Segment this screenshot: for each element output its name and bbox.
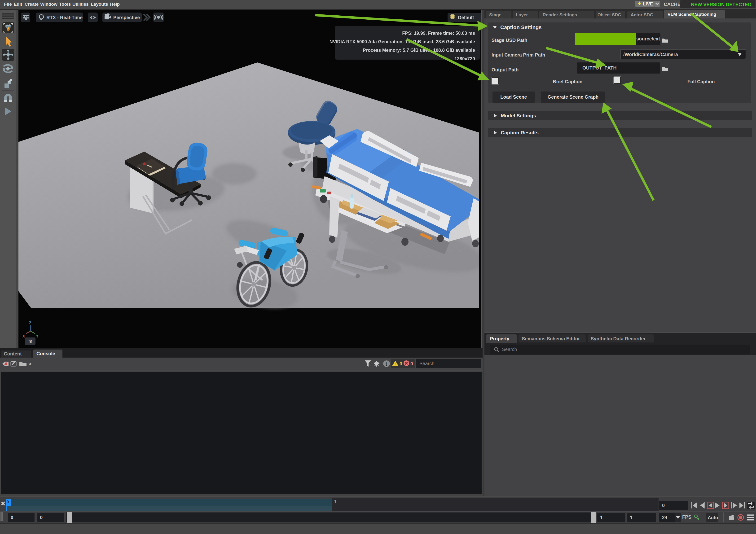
svg-text:0: 0	[410, 361, 413, 366]
svg-text:0: 0	[399, 361, 402, 366]
svg-text:!: !	[394, 362, 396, 366]
svg-text:Y: Y	[36, 334, 39, 338]
svg-text:i: i	[386, 361, 387, 366]
svg-text:>_: >_	[28, 361, 35, 367]
svg-text:Z: Z	[29, 321, 32, 325]
svg-text:X: X	[22, 334, 25, 338]
